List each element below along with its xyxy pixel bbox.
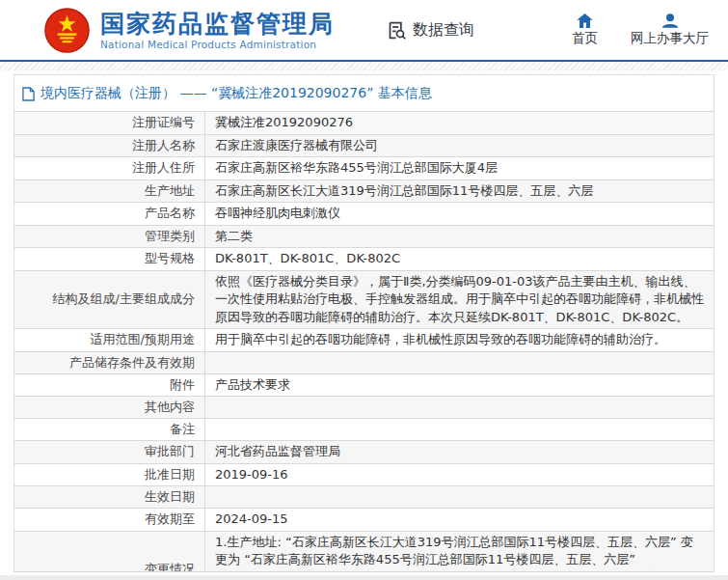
row-label: 适用范围/预期用途 (14, 329, 205, 351)
site-title: 国家药品监督管理局 (100, 11, 335, 37)
row-label-text: 其他内容 (145, 399, 195, 416)
nav-item-service-hall[interactable]: 网上办事大厅 (629, 14, 711, 47)
row-value: 用于脑卒中引起的吞咽功能障碍，非机械性原因导致的吞咽功能障碍的辅助治疗。 (205, 329, 714, 351)
row-value: 2024-09-15 (205, 509, 714, 531)
row-value: 产品技术要求 (205, 374, 714, 397)
row-value: 石家庄高新区裕华东路455号润江总部国际大厦4层 (205, 157, 714, 180)
table-row: 有效期至2024-09-15 (14, 509, 714, 532)
row-label-text: 生效日期 (145, 488, 195, 506)
table-row: 生产地址石家庄高新区长江大道319号润江总部国际11号楼四层、五层、六层 (14, 180, 714, 204)
row-value (205, 352, 714, 373)
table-row: 备注 (14, 419, 714, 441)
row-label: 批准日期 (14, 464, 205, 486)
row-value: 1.生产地址: “石家庄高新区长江大道319号润江总部国际11号楼四层、五层、六… (205, 532, 714, 573)
data-query-tab[interactable]: 数据查询 (387, 20, 474, 41)
brand-titles: 国家药品监督管理局 National Medical Products Admi… (100, 11, 335, 50)
row-label: 有效期至 (14, 509, 205, 531)
bottom-strip (0, 575, 728, 580)
table-row: 适用范围/预期用途用于脑卒中引起的吞咽功能障碍，非机械性原因导致的吞咽功能障碍的… (14, 329, 714, 352)
row-label-text: 注册人住所 (132, 159, 195, 177)
table-row: 批准日期2019-09-16 (14, 464, 714, 487)
row-value: DK-801T、DK-801C、DK-802C (205, 248, 714, 270)
row-value: 河北省药品监督管理局 (205, 441, 714, 463)
row-label-text: 产品储存条件及有效期 (69, 354, 195, 372)
row-value (205, 419, 714, 440)
row-label-text: 批准日期 (145, 466, 195, 483)
breadcrumb-text: 境内医疗器械（注册） —— “冀械注准20192090276” 基本信息 (40, 85, 432, 102)
table-row: 型号规格DK-801T、DK-801C、DK-802C (14, 248, 714, 271)
site-logo[interactable]: 国家药品监督管理局 National Medical Products Admi… (44, 8, 335, 53)
hatched-divider (0, 62, 728, 70)
page: 国家药品监督管理局 National Medical Products Admi… (0, 0, 728, 580)
row-label-text: 变更情况 (145, 561, 195, 573)
row-label-text: 审批部门 (145, 443, 195, 460)
info-table: 注册证编号冀械注准20192090276注册人名称石家庄渡康医疗器械有限公司注册… (14, 111, 714, 572)
row-label: 注册人住所 (14, 157, 205, 180)
row-label-text: 适用范围/预期用途 (91, 331, 195, 348)
row-label: 附件 (14, 374, 205, 397)
row-label: 生效日期 (14, 486, 205, 508)
row-value (205, 486, 714, 508)
table-row: 审批部门河北省药品监督管理局 (14, 441, 714, 464)
table-row: 注册人名称石家庄渡康医疗器械有限公司 (14, 135, 714, 158)
row-label-text: 型号规格 (145, 250, 195, 267)
row-label-text: 附件 (170, 376, 195, 394)
row-label: 生产地址 (14, 180, 205, 203)
home-icon (577, 14, 593, 28)
row-label: 注册证编号 (14, 112, 205, 134)
row-value (205, 397, 714, 418)
row-value: 依照《医疗器械分类目录》，属于Ⅱ类,分类编码09-01-03该产品主要由主机、输… (205, 271, 714, 329)
row-label: 产品储存条件及有效期 (14, 352, 205, 373)
row-label: 型号规格 (14, 248, 205, 270)
row-value: 2019-09-16 (205, 464, 714, 486)
site-header: 国家药品监督管理局 National Medical Products Admi… (0, 0, 728, 62)
nav-item-label: 首页 (572, 30, 598, 47)
top-nav: 首页 网上办事大厅 (570, 14, 711, 47)
row-label-text: 产品名称 (145, 205, 195, 222)
row-label-text: 有效期至 (145, 511, 195, 528)
table-row: 结构及组成/主要组成成分依照《医疗器械分类目录》，属于Ⅱ类,分类编码09-01-… (14, 271, 714, 330)
row-value: 吞咽神经肌肉电刺激仪 (205, 203, 714, 225)
row-label-text: 备注 (170, 421, 195, 438)
row-value: 石家庄高新区长江大道319号润江总部国际11号楼四层、五层、六层 (205, 180, 714, 203)
row-label: 注册人名称 (14, 135, 205, 157)
row-label: 审批部门 (14, 441, 205, 463)
row-label: 管理类别 (14, 226, 205, 248)
row-label: 产品名称 (14, 203, 205, 225)
table-row: 注册证编号冀械注准20192090276 (14, 112, 714, 135)
row-value: 第二类 (205, 226, 714, 248)
content-panel: 境内医疗器械（注册） —— “冀械注准20192090276” 基本信息 注册证… (13, 74, 715, 572)
site-subtitle: National Medical Products Administration (100, 39, 335, 50)
nav-item-home[interactable]: 首页 (570, 14, 600, 47)
breadcrumb: 境内医疗器械（注册） —— “冀械注准20192090276” 基本信息 (14, 75, 714, 111)
row-label: 变更情况 (14, 532, 205, 573)
row-label-text: 结构及组成/主要组成成分 (53, 290, 195, 308)
row-label-text: 注册证编号 (132, 114, 195, 131)
row-label: 备注 (14, 419, 205, 440)
row-label-text: 注册人名称 (132, 137, 195, 154)
row-label-text: 生产地址 (145, 182, 195, 200)
table-row: 其他内容 (14, 397, 714, 419)
table-row: 变更情况1.生产地址: “石家庄高新区长江大道319号润江总部国际11号楼四层、… (14, 532, 714, 573)
row-label-text: 管理类别 (145, 228, 195, 245)
row-value: 冀械注准20192090276 (205, 112, 714, 134)
document-icon (22, 87, 35, 101)
row-label: 结构及组成/主要组成成分 (14, 271, 205, 329)
nav-item-label: 网上办事大厅 (631, 30, 709, 47)
table-row: 产品储存条件及有效期 (14, 352, 714, 374)
person-icon (662, 14, 678, 28)
table-row: 生效日期 (14, 486, 714, 509)
table-row: 产品名称吞咽神经肌肉电刺激仪 (14, 203, 714, 226)
data-query-label: 数据查询 (413, 20, 474, 41)
table-row: 管理类别第二类 (14, 226, 714, 249)
row-label: 其他内容 (14, 397, 205, 418)
document-search-icon (387, 20, 407, 41)
table-row: 注册人住所石家庄高新区裕华东路455号润江总部国际大厦4层 (14, 157, 714, 180)
table-row: 附件产品技术要求 (14, 374, 714, 398)
row-value: 石家庄渡康医疗器械有限公司 (205, 135, 714, 157)
national-emblem-icon (44, 8, 90, 53)
